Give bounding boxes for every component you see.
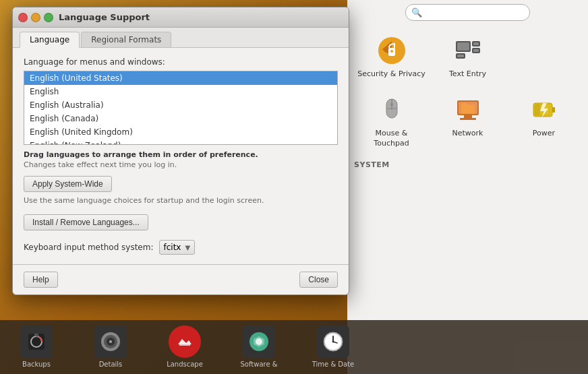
- drag-subhint: Changes take effect next time you log in…: [24, 160, 338, 169]
- tab-regional-formats[interactable]: Regional Formats: [81, 32, 171, 47]
- keyboard-method-value: fcitx: [164, 243, 181, 252]
- search-icon: 🔍: [411, 7, 422, 18]
- mouse-touchpad-icon: [376, 94, 408, 126]
- svg-point-14: [390, 103, 393, 106]
- svg-rect-17: [464, 115, 472, 118]
- keyboard-method-dropdown[interactable]: fcitx ▼: [159, 240, 196, 255]
- install-btn-wrapper: Install / Remove Languages...: [24, 214, 338, 230]
- minimize-window-button[interactable]: [31, 13, 40, 22]
- svg-point-31: [109, 340, 112, 343]
- svg-rect-23: [535, 104, 540, 115]
- svg-rect-27: [34, 334, 38, 336]
- details-label: Details: [99, 361, 123, 368]
- language-list[interactable]: English (United States) English English …: [24, 71, 338, 145]
- window-controls: [18, 13, 53, 22]
- close-button[interactable]: Close: [299, 272, 338, 288]
- keyboard-label: Keyboard input method system:: [24, 243, 154, 252]
- maximize-window-button[interactable]: [44, 13, 53, 22]
- empty-cell: [506, 28, 581, 86]
- taskbar-item-software[interactable]: Software &: [223, 325, 295, 368]
- dialog-titlebar: Language Support: [13, 7, 349, 28]
- apply-system-wide-button[interactable]: Apply System-Wide: [24, 176, 112, 192]
- install-remove-languages-button[interactable]: Install / Remove Languages...: [24, 214, 148, 230]
- svg-point-40: [332, 341, 334, 343]
- software-label: Software &: [240, 361, 277, 368]
- svg-rect-8: [473, 49, 479, 52]
- lang-item-en-ca[interactable]: English (Canada): [24, 112, 337, 125]
- chevron-down-icon: ▼: [185, 244, 190, 251]
- svg-rect-6: [473, 42, 479, 45]
- svg-point-35: [256, 338, 262, 345]
- lang-item-en-au[interactable]: English (Australia): [24, 98, 337, 112]
- language-section-label: Language for menus and windows:: [24, 57, 338, 67]
- lang-item-en-gb[interactable]: English (United Kingdom): [24, 125, 337, 139]
- settings-item-power[interactable]: Power: [506, 87, 581, 155]
- svg-rect-33: [179, 344, 190, 346]
- taskbar-item-time-date[interactable]: Time & Date: [297, 325, 370, 368]
- tab-content-language: Language for menus and windows: English …: [13, 48, 349, 264]
- software-icon: [243, 325, 275, 358]
- settings-item-security-privacy[interactable]: Security & Privacy: [354, 28, 429, 86]
- language-support-dialog: Language Support Language Regional Forma…: [12, 7, 349, 295]
- settings-panel: 🔍 Security & Privacy: [347, 0, 588, 374]
- security-privacy-icon: [376, 34, 408, 67]
- power-label: Power: [533, 129, 555, 138]
- svg-rect-18: [460, 118, 476, 120]
- details-icon: [94, 325, 127, 358]
- settings-item-text-entry[interactable]: Text Entry: [430, 28, 505, 86]
- tab-bar: Language Regional Formats: [13, 28, 349, 48]
- lang-item-en-us[interactable]: English (United States): [24, 71, 337, 85]
- help-button[interactable]: Help: [24, 272, 58, 288]
- power-icon: [528, 94, 560, 126]
- svg-rect-22: [552, 107, 555, 113]
- taskbar-item-details[interactable]: Details: [74, 325, 147, 368]
- dialog-footer: Help Close: [13, 264, 349, 294]
- text-entry-icon: [452, 34, 484, 67]
- settings-item-mouse-touchpad[interactable]: Mouse &Touchpad: [354, 87, 429, 155]
- lang-item-en-tz[interactable]: English (New Zealand): [24, 139, 337, 145]
- time-date-icon: [317, 325, 349, 358]
- tab-language[interactable]: Language: [20, 32, 80, 48]
- landscape-label: Landscape: [167, 361, 203, 368]
- network-icon: [452, 94, 484, 126]
- drag-hint: Drag languages to arrange them in order …: [24, 150, 338, 159]
- text-entry-label: Text Entry: [449, 69, 486, 79]
- settings-item-network[interactable]: Network: [430, 87, 505, 155]
- mouse-touchpad-label: Mouse &Touchpad: [374, 129, 409, 148]
- close-window-button[interactable]: [18, 13, 28, 22]
- svg-rect-19: [461, 104, 475, 114]
- dialog-title: Language Support: [59, 12, 150, 22]
- backups-icon: [20, 325, 53, 358]
- search-wrapper: 🔍: [347, 0, 588, 25]
- security-privacy-label: Security & Privacy: [357, 69, 425, 79]
- taskbar: Backups Details Landscape: [0, 320, 588, 374]
- svg-point-2: [390, 50, 393, 53]
- apply-note: Use the same language choices for startu…: [24, 196, 338, 205]
- svg-rect-4: [457, 42, 469, 51]
- backups-label: Backups: [22, 361, 51, 368]
- apply-btn-wrapper: Apply System-Wide: [24, 176, 338, 192]
- landscape-icon: [169, 325, 201, 358]
- system-section-label: System: [347, 158, 588, 170]
- taskbar-item-landscape[interactable]: Landscape: [148, 325, 221, 368]
- dialog-body: Language Regional Formats Language for m…: [13, 28, 349, 294]
- time-date-label: Time & Date: [312, 361, 355, 368]
- settings-grid: Security & Privacy Text Entry: [347, 25, 588, 158]
- svg-rect-10: [457, 55, 464, 57]
- taskbar-item-backups[interactable]: Backups: [0, 325, 73, 368]
- keyboard-row: Keyboard input method system: fcitx ▼: [24, 240, 338, 255]
- network-label: Network: [452, 129, 483, 138]
- lang-item-en[interactable]: English: [24, 85, 337, 98]
- search-bar[interactable]: 🔍: [405, 4, 530, 21]
- svg-rect-20: [461, 103, 467, 105]
